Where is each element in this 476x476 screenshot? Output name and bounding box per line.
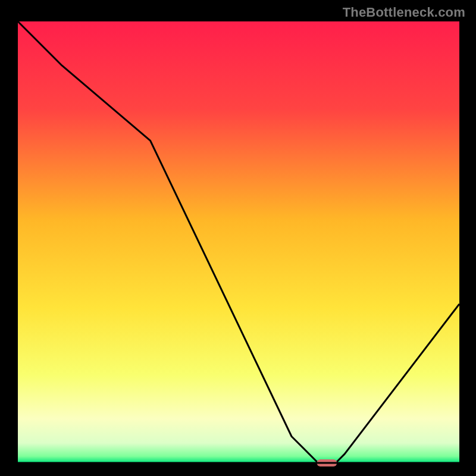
bottleneck-chart: TheBottleneck.com — [0, 0, 476, 476]
plot-background — [18, 21, 459, 463]
chart-svg — [0, 0, 476, 476]
watermark-label: TheBottleneck.com — [343, 5, 465, 20]
